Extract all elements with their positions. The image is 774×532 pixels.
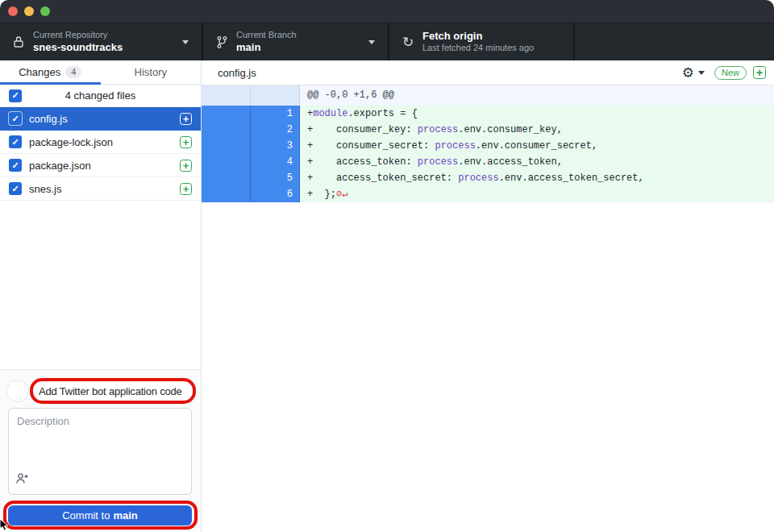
old-line-gutter [202,138,250,154]
fetch-origin-button[interactable]: ↻ Fetch origin Last fetched 24 minutes a… [389,23,573,60]
branch-name: main [236,41,297,54]
hunk-header-text: @@ -0,0 +1,6 @@ [300,85,774,106]
new-line-gutter: 5 [251,170,299,186]
description-placeholder: Description [17,415,69,427]
diff-line[interactable]: 3 + consumer_secret: process.env.consume… [202,138,774,154]
diff-added-icon: + [180,183,192,195]
new-line-gutter: 4 [251,154,299,170]
diff-code-text: +module.exports = { [300,106,774,122]
file-name: snes.js [29,183,180,195]
line-number: 4 [251,154,299,170]
line-number: 2 [251,122,299,138]
diff-added-icon: + [753,66,766,79]
old-line-gutter [202,170,250,186]
new-line-gutter: 1 [251,106,299,122]
diff-file-title: config.js [218,67,682,79]
chevron-down-icon [182,40,189,44]
hunk-header-row: @@ -0,0 +1,6 @@ [202,85,774,106]
changes-count-badge: 4 [65,66,81,78]
tab-history[interactable]: History [101,60,202,84]
file-checkbox[interactable]: ✓ [9,112,22,125]
file-name: config.js [29,113,180,125]
gear-icon: ⚙ [682,66,694,80]
add-coauthor-icon[interactable] [15,472,29,488]
line-number: 3 [251,138,299,154]
diff-line[interactable]: 1 +module.exports = { [202,106,774,122]
current-repository-dropdown[interactable]: Current Repository snes-soundtracks [0,23,202,60]
summary-annotation-highlight [30,378,196,404]
diff-file-header: config.js ⚙ New + [202,60,774,85]
old-line-gutter [202,154,250,170]
current-branch-dropdown[interactable]: Current Branch main [203,23,388,60]
repository-name: snes-soundtracks [33,41,123,54]
file-checkbox[interactable]: ✓ [9,135,22,148]
line-number: 6 [251,186,299,202]
old-line-gutter [202,186,250,202]
diff-line[interactable]: 2 + consumer_key: process.env.consumer_k… [202,122,774,138]
diff-code-text: + consumer_key: process.env.consumer_key… [300,122,774,138]
commit-button-prefix: Commit to [62,509,110,522]
git-branch-icon [214,35,229,49]
file-row[interactable]: ✓ package-lock.json + [0,131,201,154]
diff-code-text: + consumer_secret: process.env.consumer_… [300,138,774,154]
old-line-gutter [202,122,250,138]
diff-added-icon: + [180,136,192,148]
diff-added-icon: + [180,113,192,125]
commit-panel: Description Commit to main [0,369,201,532]
line-number: 1 [251,106,299,122]
fetch-title: Fetch origin [422,30,534,43]
app-window: Current Repository snes-soundtracks Curr… [0,0,774,532]
diff-code-text: + };⊘↵ [300,186,774,202]
tab-changes[interactable]: Changes 4 [0,60,101,84]
diff-lines: 1 +module.exports = { 2 + consumer_key: … [202,106,774,202]
old-line-gutter [202,106,250,122]
new-line-gutter: 6 [251,186,299,202]
repository-label: Current Repository [33,30,123,41]
file-row[interactable]: ✓ snes.js + [0,177,201,201]
main-panel: config.js ⚙ New + @@ -0,0 +1,6 @@ [202,60,774,532]
new-line-gutter: 2 [251,122,299,138]
commit-to-main-button[interactable]: Commit to main [8,505,192,526]
changed-files-count: 4 changed files [0,89,201,102]
file-checkbox[interactable]: ✓ [9,182,22,195]
mouse-cursor [0,518,10,532]
diff-added-icon: + [180,160,192,172]
new-file-badge: New [714,66,747,80]
file-row[interactable]: ✓ package.json + [0,154,201,177]
toolbar: Current Repository snes-soundtracks Curr… [0,23,774,60]
commit-button-branch: main [113,509,137,522]
new-line-gutter: 3 [251,138,299,154]
file-row[interactable]: ✓ config.js + [0,107,201,131]
titlebar [0,0,774,23]
changed-file-list: ✓ config.js + ✓ package-lock.json + ✓ pa… [0,107,201,201]
close-window-button[interactable] [8,6,18,16]
chevron-down-icon [368,40,375,44]
diff-line[interactable]: 4 + access_token: process.env.access_tok… [202,154,774,170]
diff-code-text: + access_token: process.env.access_token… [300,154,774,170]
diff-options-dropdown[interactable]: ⚙ [682,66,705,80]
file-checkbox[interactable]: ✓ [9,159,22,172]
sidebar: Changes 4 History 4 changed files ✓ ✓ co… [0,60,202,532]
file-name: package.json [29,160,180,172]
sync-icon: ↻ [401,35,415,49]
commit-description-textarea[interactable]: Description [8,408,192,495]
diff-line[interactable]: 6 + };⊘↵ [202,186,774,202]
tab-history-label: History [135,66,167,78]
zoom-window-button[interactable] [40,6,50,16]
diff-view: @@ -0,0 +1,6 @@ 1 +module.exports = { 2 … [202,85,774,202]
changed-files-header: 4 changed files ✓ [0,85,201,107]
diff-code-text: + access_token_secret: process.env.acces… [300,170,774,186]
commit-summary-input[interactable] [33,385,193,397]
diff-line[interactable]: 5 + access_token_secret: process.env.acc… [202,170,774,186]
tab-changes-label: Changes [19,66,60,78]
sidebar-spacer [0,201,201,369]
file-name: package-lock.json [29,136,180,148]
fetch-subtitle: Last fetched 24 minutes ago [422,43,534,54]
lock-icon [11,35,26,48]
sidebar-tabs: Changes 4 History [0,60,201,85]
branch-label: Current Branch [236,30,297,41]
chevron-down-icon [698,71,705,75]
toolbar-divider [573,23,575,60]
minimize-window-button[interactable] [24,6,34,16]
line-number: 5 [251,170,299,186]
